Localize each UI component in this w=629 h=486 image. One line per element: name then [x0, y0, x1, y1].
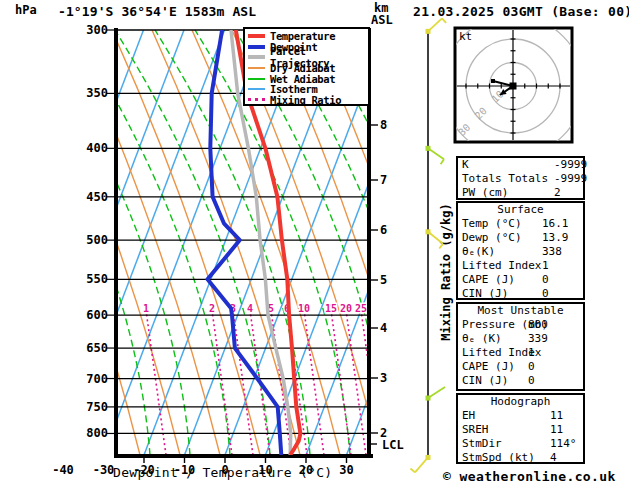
- legend-swatch: [248, 34, 265, 38]
- info-row-value: -9999: [554, 172, 587, 186]
- info-row-label: Dewp (°C): [462, 231, 522, 244]
- info-row: K-9999: [458, 158, 583, 172]
- pressure-tick-label: 550: [86, 272, 108, 286]
- pressure-tick-label: 750: [86, 400, 108, 414]
- info-row: Pressure (mb)800: [458, 318, 583, 332]
- info-row-label: K: [462, 158, 469, 171]
- info-row: Totals Totals-9999: [458, 172, 583, 186]
- info-row: CIN (J)0: [458, 287, 583, 301]
- info-row: StmSpd (kt)4: [458, 451, 583, 465]
- info-panel-header: Hodograph: [458, 395, 583, 409]
- wind-barb-flag: [442, 18, 446, 22]
- lcl-label: LCL: [382, 438, 404, 452]
- info-panel-surface: SurfaceTemp (°C)16.1Dewp (°C)13.9θₑ(K)33…: [456, 201, 585, 300]
- hodograph-unit-label: kt: [459, 31, 472, 42]
- info-row: Lifted Index1: [458, 346, 583, 360]
- legend-swatch: [248, 98, 265, 101]
- x-axis-title: Dewpoint / Temperature (°C): [113, 466, 332, 479]
- wind-barb-flag: [441, 159, 444, 164]
- pressure-tick-label: 650: [86, 341, 108, 355]
- wind-barb-column: [410, 18, 446, 472]
- info-row-value: 13.9: [542, 231, 569, 245]
- info-row-label: Totals Totals: [462, 172, 548, 185]
- pressure-tick-label: 350: [86, 86, 108, 100]
- legend: TemperatureDewpointParcel TrajectoryDry …: [243, 27, 370, 106]
- info-row-value: 338: [542, 245, 562, 259]
- info-panel-indices: K-9999Totals Totals-9999PW (cm)2: [456, 156, 585, 200]
- info-row-label: StmSpd (kt): [462, 451, 535, 464]
- info-row: Dewp (°C)13.9: [458, 231, 583, 245]
- legend-item: Mixing Ratio: [248, 95, 368, 106]
- legend-label: Mixing Ratio: [270, 94, 341, 106]
- info-row-label: Temp (°C): [462, 217, 522, 230]
- km-tick-label: 3: [380, 371, 387, 385]
- altitude-unit-asl: ASL: [371, 14, 393, 26]
- legend-swatch: [248, 55, 265, 59]
- info-row: CAPE (J)0: [458, 360, 583, 374]
- info-row: EH11: [458, 409, 583, 423]
- wind-barb-shaft: [415, 457, 428, 472]
- info-panel-hodograph: HodographEH11SREH11StmDir114°StmSpd (kt)…: [456, 393, 585, 464]
- pressure-tick-label: 500: [86, 233, 108, 247]
- pressure-tick-label: 400: [86, 141, 108, 155]
- info-row-value: 1: [542, 259, 549, 273]
- info-row: θₑ (K)339: [458, 332, 583, 346]
- temp-tick-label: -40: [52, 463, 74, 477]
- info-row: Lifted Index1: [458, 259, 583, 273]
- info-row-value: 0: [528, 374, 535, 388]
- run-datetime: 21.03.2025 03GMT (Base: 00): [413, 5, 629, 18]
- info-row: θₑ(K)338: [458, 245, 583, 259]
- mixing-ratio-label: 20: [340, 303, 352, 314]
- legend-swatch: [248, 45, 265, 49]
- temp-tick-label: -30: [93, 463, 115, 477]
- info-row-value: 11: [550, 423, 563, 437]
- wind-barb-shaft: [428, 387, 445, 398]
- pressure-tick-label: 300: [86, 23, 108, 37]
- altitude-axis: 8765432LCL: [371, 118, 404, 452]
- mixing-ratio-label: 1: [143, 303, 149, 314]
- km-tick-label: 8: [380, 118, 387, 132]
- mixing-ratio-label: 15: [325, 303, 337, 314]
- info-row: Temp (°C)16.1: [458, 217, 583, 231]
- info-row-label: Lifted Index: [462, 259, 541, 272]
- station-title: -1°19'S 36°54'E 1583m ASL: [58, 5, 256, 18]
- wind-barb-shaft: [428, 148, 444, 159]
- info-row-value: -9999: [554, 158, 587, 172]
- mixing-ratio-label: 25: [355, 303, 367, 314]
- info-row: PW (cm)2: [458, 186, 583, 200]
- pressure-tick-label: 600: [86, 308, 108, 322]
- legend-swatch: [248, 88, 265, 90]
- pressure-tick-label: 700: [86, 372, 108, 386]
- km-tick-label: 7: [380, 173, 387, 187]
- info-panel-header: Surface: [458, 203, 583, 217]
- info-row-value: 0: [528, 360, 535, 374]
- wind-barb-flag: [410, 469, 415, 473]
- info-row-label: CAPE (J): [462, 273, 515, 286]
- hodograph-origin-marker: [510, 83, 517, 90]
- wind-barb-shaft: [428, 18, 442, 31]
- pressure-tick-label: 800: [86, 426, 108, 440]
- legend-swatch: [248, 67, 265, 69]
- info-row-label: CIN (J): [462, 374, 508, 387]
- pressure-tick-label: 450: [86, 190, 108, 204]
- info-row-value: 0: [542, 287, 549, 301]
- info-row-value: 800: [528, 318, 548, 332]
- km-tick-label: 6: [380, 223, 387, 237]
- info-row-label: StmDir: [462, 437, 502, 450]
- mixing-ratio-label: 4: [247, 303, 253, 314]
- km-tick-label: 4: [380, 321, 387, 335]
- info-row: CAPE (J)0: [458, 273, 583, 287]
- km-tick-label: 5: [380, 273, 387, 287]
- info-row: StmDir114°: [458, 437, 583, 451]
- info-row-label: θₑ(K): [462, 245, 495, 258]
- info-row-value: 339: [528, 332, 548, 346]
- info-row-label: θₑ (K): [462, 332, 502, 345]
- info-row: SREH11: [458, 423, 583, 437]
- info-panel-header: Most Unstable: [458, 304, 583, 318]
- info-row-label: CAPE (J): [462, 360, 515, 373]
- info-row-value: 11: [550, 409, 563, 423]
- info-row-label: CIN (J): [462, 287, 508, 300]
- info-row-label: SREH: [462, 423, 489, 436]
- mixing-axis-title: Mixing Ratio (g/kg): [439, 203, 453, 340]
- info-row-label: EH: [462, 409, 475, 422]
